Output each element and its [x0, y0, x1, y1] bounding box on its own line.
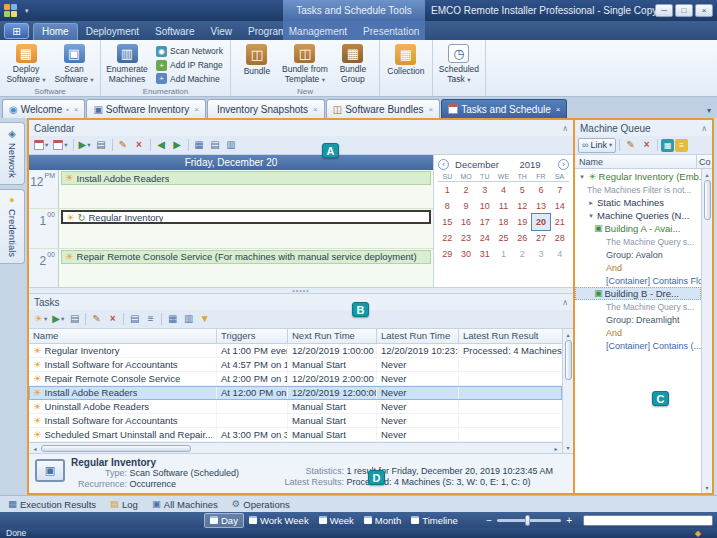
collapse-tasks-icon[interactable]: ∧: [562, 298, 568, 307]
calendar-options-button[interactable]: ▾: [51, 138, 69, 153]
new-task-button[interactable]: ☀▾: [32, 312, 49, 327]
task-row[interactable]: ☀Regular Inventory At 1:00 PM every day …: [29, 344, 562, 358]
scrollbar-thumb[interactable]: [41, 445, 191, 452]
timeline-view-button[interactable]: Timeline: [406, 514, 463, 527]
close-tab-icon[interactable]: ×: [194, 105, 199, 114]
edit-task-button[interactable]: ✎: [89, 312, 104, 327]
tab-tasks-and-schedule[interactable]: Tasks and Schedule ×: [441, 99, 567, 118]
year-label[interactable]: 2019: [505, 159, 555, 170]
tree-item-condition-container[interactable]: [Container] Contains Flo...: [575, 274, 701, 287]
tab-inventory-snapshots[interactable]: Inventory Snapshots ×: [207, 99, 325, 118]
scrollbar-thumb[interactable]: [565, 340, 572, 380]
collection-button[interactable]: ▦ Collection: [382, 42, 430, 85]
next-day-button[interactable]: ▶: [170, 138, 185, 153]
date-cell[interactable]: 14: [550, 198, 569, 214]
minimize-button[interactable]: ─: [655, 4, 673, 17]
date-cell-next-month[interactable]: 2: [513, 246, 532, 262]
date-cell[interactable]: 19: [513, 214, 532, 230]
calendar-event-install-adobe[interactable]: ☀ Install Adobe Readers: [61, 171, 431, 185]
print-button[interactable]: ▤: [94, 138, 109, 153]
date-cell[interactable]: 24: [475, 230, 494, 246]
run-task-button[interactable]: ▶▾: [77, 138, 93, 153]
scan-network-button[interactable]: ◉ Scan Network: [153, 45, 226, 58]
notification-icon[interactable]: ◆: [695, 529, 701, 538]
expander-icon[interactable]: ▸: [587, 199, 595, 207]
scan-software-button[interactable]: ▣ Scan Software ▾: [50, 42, 98, 85]
day-view-button[interactable]: ▦: [192, 138, 207, 153]
column-header-triggers[interactable]: Triggers: [217, 329, 288, 343]
ribbon-tab-software[interactable]: Software: [147, 24, 202, 40]
date-cell[interactable]: 15: [438, 214, 457, 230]
detail-view-button[interactable]: ≡: [143, 312, 158, 327]
date-cell[interactable]: 27: [532, 230, 551, 246]
work-week-view-button[interactable]: Work Week: [244, 514, 314, 527]
zoom-slider-thumb[interactable]: [525, 515, 530, 526]
close-tab-icon[interactable]: ×: [429, 105, 434, 114]
close-tab-icon[interactable]: ×: [313, 105, 318, 114]
delete-task-button[interactable]: ×: [105, 312, 120, 327]
tab-software-inventory[interactable]: ▣ Software Inventory ×: [86, 99, 206, 118]
week-view-button[interactable]: ▤: [208, 138, 223, 153]
date-cell[interactable]: 21: [550, 214, 569, 230]
tab-welcome[interactable]: ◉ Welcome ▪ ×: [2, 99, 85, 118]
slot-body[interactable]: ☀ Install Adobe Readers: [59, 170, 433, 208]
collapse-machine-queue-icon[interactable]: ∧: [701, 124, 707, 133]
date-cell[interactable]: 17: [475, 214, 494, 230]
month-view-button[interactable]: ▥: [224, 138, 239, 153]
scroll-left-icon[interactable]: ◂: [30, 445, 40, 452]
inline-search-box[interactable]: [583, 515, 713, 526]
previous-day-button[interactable]: ◀: [154, 138, 169, 153]
task-row[interactable]: ☀Scheduled Smart Uninstall and Repair...…: [29, 428, 562, 442]
date-cell[interactable]: 1: [438, 182, 457, 198]
pin-icon[interactable]: ▪: [66, 106, 68, 113]
task-row[interactable]: ☀Uninstall Adobe Readers Manual Start Ne…: [29, 400, 562, 414]
ribbon-tab-home[interactable]: Home: [33, 23, 78, 40]
horizontal-scrollbar[interactable]: ◂ ▸: [29, 442, 562, 453]
close-button[interactable]: ×: [695, 4, 713, 17]
date-cell[interactable]: 4: [494, 182, 513, 198]
date-cell[interactable]: 18: [494, 214, 513, 230]
list-view-button[interactable]: ▤: [127, 312, 142, 327]
date-cell[interactable]: 26: [513, 230, 532, 246]
date-cell-selected[interactable]: 20: [532, 214, 551, 230]
date-cell[interactable]: 7: [550, 182, 569, 198]
tree-item-group-avalon[interactable]: Group: Avalon: [575, 248, 701, 261]
scroll-down-icon[interactable]: ▾: [705, 483, 708, 492]
column-header-name[interactable]: Name: [29, 329, 217, 343]
bundle-from-template-button[interactable]: ◫ Bundle from Template ▾: [281, 42, 329, 85]
scroll-down-icon[interactable]: ▾: [566, 443, 569, 452]
date-cell[interactable]: 16: [457, 214, 476, 230]
horizontal-splitter[interactable]: •••••: [29, 287, 573, 294]
date-cell[interactable]: 5: [513, 182, 532, 198]
scheduled-task-button[interactable]: ◷ Scheduled Task ▾: [435, 42, 483, 85]
sidebar-tab-credentials[interactable]: ● Credentials: [0, 189, 25, 264]
ribbon-tab-presentation[interactable]: Presentation: [355, 24, 427, 40]
vertical-scrollbar[interactable]: ▴ ▾: [562, 329, 573, 453]
calendar-event-regular-inventory[interactable]: ☀ ↻ Regular Inventory: [61, 210, 431, 224]
date-cell-next-month[interactable]: 3: [532, 246, 551, 262]
task-row[interactable]: ☀Install Software for Accountants Manual…: [29, 414, 562, 428]
tree-item-condition-container[interactable]: [Container] Contains (...: [575, 339, 701, 352]
list-view-toggle-icon[interactable]: ≡: [675, 139, 688, 152]
edit-query-button[interactable]: ✎: [623, 138, 638, 153]
print-button[interactable]: ▤: [67, 312, 82, 327]
date-cell[interactable]: 8: [438, 198, 457, 214]
sidebar-tab-network[interactable]: ◈ Network: [0, 122, 25, 185]
date-cell-next-month[interactable]: 4: [550, 246, 569, 262]
date-cell[interactable]: 12: [513, 198, 532, 214]
bundle-group-button[interactable]: ▦ Bundle Group: [329, 42, 377, 85]
filter-button[interactable]: ▼: [197, 312, 212, 327]
date-cell[interactable]: 23: [457, 230, 476, 246]
tab-software-bundles[interactable]: ◫ Software Bundles ×: [326, 99, 441, 118]
next-month-button[interactable]: ›: [558, 159, 569, 170]
tree-item-building-a[interactable]: ▣ Building A - Avai...: [575, 222, 701, 235]
column-header-name[interactable]: Name: [575, 155, 696, 168]
tree-item-static-machines[interactable]: ▸ Static Machines: [575, 196, 701, 209]
expander-icon[interactable]: ▾: [578, 173, 586, 181]
date-cell[interactable]: 31: [475, 246, 494, 262]
ribbon-tab-view[interactable]: View: [203, 24, 241, 40]
application-menu-button[interactable]: ⊞: [4, 23, 29, 39]
link-button[interactable]: ∞ Link ▾: [578, 138, 616, 153]
task-row[interactable]: ☀Install Software for Accountants At 4:5…: [29, 358, 562, 372]
date-cell[interactable]: 11: [494, 198, 513, 214]
